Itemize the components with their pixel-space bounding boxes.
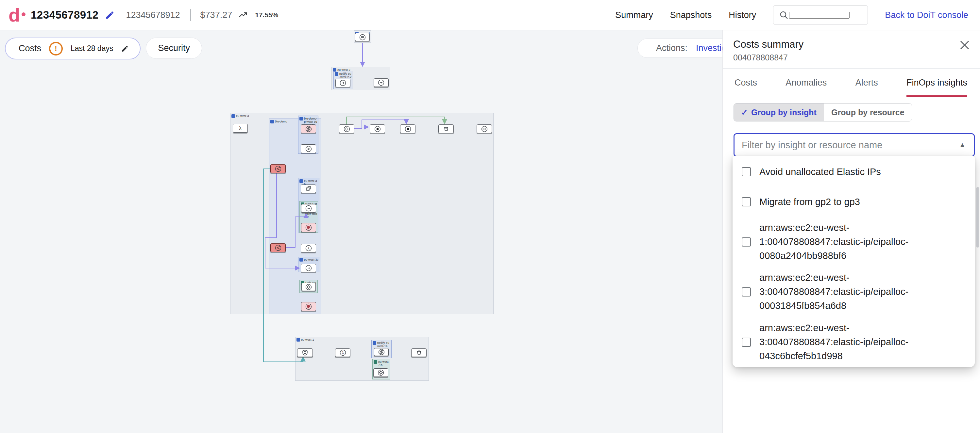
- filter-option[interactable]: Migrate from gp2 to gp3: [733, 187, 975, 217]
- change-percent: 17.55%: [255, 11, 278, 19]
- diagram-node-copyring-icon[interactable]: [301, 124, 316, 133]
- app-root: d 12345678912 12345678912 $737.27 17.55%…: [0, 0, 980, 433]
- box-type-icon: [299, 179, 303, 183]
- option-label: arn:aws:ec2:eu-west-3:004078808847:elast…: [759, 271, 937, 313]
- filter-option[interactable]: Avoid unallocated Elastic IPs: [733, 157, 975, 187]
- filter-field[interactable]: ▲: [733, 133, 975, 157]
- filter-option[interactable]: arn:aws:ec2:eu-west-3:004078808847:elast…: [733, 267, 975, 317]
- svg-text:λ: λ: [308, 247, 309, 250]
- panel-scrollbar[interactable]: [977, 187, 979, 247]
- diagram-node-lambdaring-icon[interactable]: λ: [335, 349, 350, 357]
- panel-subtitle: 004078808847: [733, 53, 969, 62]
- diagram-node-spark-icon[interactable]: [301, 144, 316, 153]
- filter-dropdown: Avoid unallocated Elastic IPsMigrate fro…: [733, 156, 975, 367]
- diagram-node-grid-icon[interactable]: [301, 302, 316, 311]
- filter-input[interactable]: [735, 140, 951, 151]
- tab-finops-insights[interactable]: FinOps insights: [907, 68, 967, 97]
- filter-option[interactable]: arn:aws:ec2:eu-west-1:004078808847:elast…: [733, 217, 975, 267]
- costs-period: Last 28 days: [71, 44, 113, 53]
- top-header: d 12345678912 12345678912 $737.27 17.55%…: [0, 0, 980, 30]
- diagram-node-darksquare-icon[interactable]: [400, 124, 415, 133]
- costs-report-pill[interactable]: Costs ! Last 28 days: [5, 38, 140, 59]
- diagram-node-lambda-icon[interactable]: λ: [233, 124, 248, 133]
- group-by-insight-button[interactable]: ✓ Group by insight: [734, 103, 824, 121]
- search-icon: [779, 10, 789, 20]
- actions-pill: Actions: Investiga: [638, 38, 723, 58]
- diagram-node-ring-icon[interactable]: [374, 78, 389, 87]
- diagram-node-bucket-icon[interactable]: [411, 349, 426, 357]
- page-title: 12345678912: [31, 9, 99, 21]
- tab-anomalies[interactable]: Anomalies: [786, 68, 827, 97]
- search-box[interactable]: [773, 5, 868, 25]
- box-label: eu-west-3c: [304, 258, 318, 261]
- diagram-node-share-icon[interactable]: [270, 243, 286, 252]
- filter-option[interactable]: arn:aws:ec2:eu-west-3:004078808847:elast…: [733, 317, 975, 367]
- nav-history[interactable]: History: [729, 10, 756, 20]
- option-label: arn:aws:ec2:eu-west-3:004078808847:elast…: [759, 321, 937, 363]
- search-input[interactable]: [789, 12, 850, 19]
- box-type-icon: [270, 120, 274, 124]
- collapse-caret-icon[interactable]: ▲: [959, 141, 966, 149]
- group-by-resource-button[interactable]: Group by resource: [824, 103, 912, 121]
- actions-label: Actions:: [656, 43, 687, 53]
- option-checkbox[interactable]: [742, 287, 751, 297]
- diagram-node-gear-icon[interactable]: [373, 368, 388, 377]
- edit-title-pencil-icon[interactable]: [105, 10, 115, 20]
- svg-text:λ: λ: [239, 125, 242, 131]
- diagram-node-copyring-icon[interactable]: [374, 348, 389, 356]
- option-label: Avoid unallocated Elastic IPs: [759, 165, 937, 179]
- diagram-node-eye-icon[interactable]: [477, 124, 492, 133]
- close-icon[interactable]: [959, 39, 970, 51]
- diagram-node-gear-icon[interactable]: [301, 283, 316, 291]
- tab-alerts[interactable]: Alerts: [856, 68, 878, 97]
- box-label: eu-west-1b: [378, 360, 389, 367]
- diagram-node-lambdaring-icon[interactable]: λ: [301, 244, 316, 252]
- edit-period-pencil-icon[interactable]: [121, 45, 129, 52]
- box-label: netlify-eu-west-1a: [377, 341, 391, 348]
- diagram-box-eu-west-1: eu-west-1: [295, 337, 429, 381]
- group-toggle: ✓ Group by insight Group by resource: [733, 103, 912, 122]
- option-checkbox[interactable]: [742, 237, 751, 247]
- panel-title: Costs summary: [733, 38, 969, 50]
- trending-up-icon: [239, 11, 248, 19]
- diagram-node-bucket-icon[interactable]: [438, 124, 454, 133]
- security-pill[interactable]: Security: [146, 38, 202, 59]
- option-label: Migrate from gp2 to gp3: [759, 195, 937, 209]
- box-type-icon: [231, 114, 235, 118]
- tab-costs[interactable]: Costs: [735, 68, 757, 97]
- option-label: arn:aws:ec2:eu-west-1:004078808847:elast…: [759, 221, 937, 263]
- diagram-node-ring-icon[interactable]: [336, 79, 350, 87]
- option-checkbox[interactable]: [742, 338, 751, 347]
- diagram-node-shield-icon[interactable]: [297, 349, 313, 357]
- costs-pill-label: Costs: [19, 43, 41, 54]
- costs-summary-panel: Costs summary 004078808847 CostsAnomalie…: [722, 30, 980, 433]
- diagram-node-ring-icon[interactable]: [301, 204, 316, 213]
- diagram-node-share-icon[interactable]: [270, 164, 286, 173]
- option-checkbox[interactable]: [742, 167, 751, 176]
- warning-icon: !: [49, 42, 63, 56]
- option-checkbox[interactable]: [742, 197, 751, 206]
- nav-snapshots[interactable]: Snapshots: [670, 10, 712, 20]
- diagram-node-ring-icon[interactable]: [301, 264, 316, 272]
- diagram-canvas: Costs ! Last 28 days Security Actions: I…: [0, 30, 723, 433]
- cost-value: $737.27: [200, 10, 232, 20]
- diagram-node-darksquare-icon[interactable]: [370, 124, 385, 133]
- check-icon: ✓: [741, 108, 748, 117]
- box-type-icon: [299, 258, 303, 262]
- security-pill-label: Security: [158, 43, 190, 53]
- investigate-link[interactable]: Investiga: [696, 43, 723, 53]
- box-type-icon: [299, 117, 303, 121]
- diagram-node-disk-icon[interactable]: [355, 33, 370, 41]
- diagram-node-copy-icon[interactable]: [301, 184, 316, 193]
- nav-summary[interactable]: Summary: [615, 10, 653, 20]
- box-type-icon: [374, 360, 377, 364]
- back-to-console-link[interactable]: Back to DoiT console: [885, 10, 968, 20]
- box-label: eu-west-1: [301, 338, 314, 341]
- svg-text:λ: λ: [342, 351, 344, 355]
- doit-logo-icon: d: [8, 6, 24, 24]
- box-type-icon: [296, 338, 300, 341]
- diagram-node-grid-icon[interactable]: [301, 223, 316, 232]
- divider: [190, 9, 191, 21]
- box-type-icon: [335, 72, 338, 76]
- diagram-node-gear-icon[interactable]: [339, 124, 354, 133]
